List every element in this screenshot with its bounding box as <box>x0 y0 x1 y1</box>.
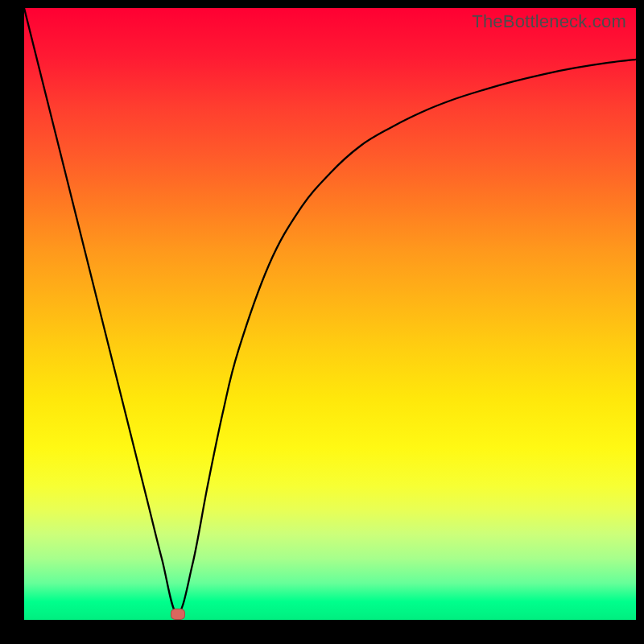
attribution-label: TheBottleneck.com <box>472 11 626 32</box>
minimum-marker <box>171 609 185 620</box>
plot-area: TheBottleneck.com <box>24 8 636 620</box>
chart-frame: TheBottleneck.com <box>0 0 644 644</box>
bottleneck-curve <box>24 8 636 620</box>
